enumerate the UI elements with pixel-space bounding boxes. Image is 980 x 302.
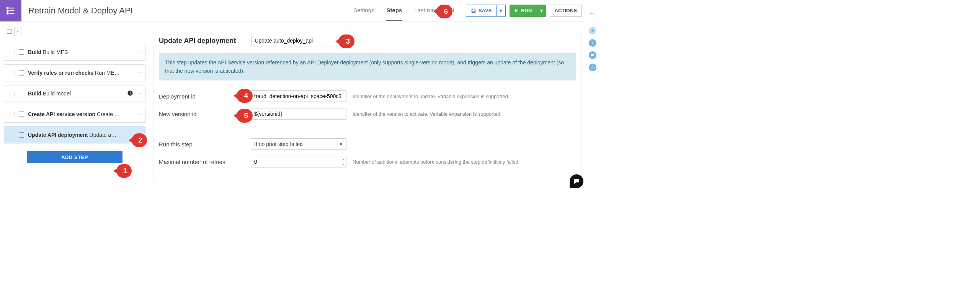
- step-more-icon[interactable]: ⋯: [136, 70, 142, 76]
- step-more-icon[interactable]: ⋯: [136, 49, 142, 55]
- step-checkbox[interactable]: [19, 112, 24, 117]
- max-retries-label: Maximal number of retries: [159, 159, 251, 165]
- rail-plus-icon[interactable]: +: [589, 27, 596, 34]
- detail-title: Update API deployment: [159, 37, 236, 45]
- deployment-id-input[interactable]: [251, 90, 346, 102]
- save-dropdown[interactable]: ▾: [497, 5, 506, 17]
- step-label: Create API service version Create …: [28, 111, 136, 117]
- run-this-step-select[interactable]: If no prior step failed ▼: [251, 138, 346, 150]
- right-rail: + i: [587, 23, 598, 71]
- page-title: Retrain Model & Deploy API: [21, 6, 133, 16]
- step-item-1[interactable]: ⋮⋮ Verify rules or run checks Run ME… ⋯: [4, 64, 145, 81]
- select-all-dropdown[interactable]: ▼: [15, 27, 21, 36]
- number-spinner[interactable]: ▲▼: [340, 156, 346, 167]
- run-dropdown[interactable]: ▾: [537, 5, 546, 17]
- step-checkbox[interactable]: [19, 49, 24, 55]
- deployment-id-label: Deployment id: [159, 93, 251, 100]
- step-more-icon[interactable]: ⋯: [136, 132, 142, 138]
- step-checkbox[interactable]: [19, 70, 24, 76]
- topbar-tabs: Settings Steps Last runs H: [353, 0, 454, 21]
- step-label: Verify rules or run checks Run ME…: [28, 70, 136, 76]
- back-arrow-icon[interactable]: ←: [589, 9, 596, 17]
- run-button[interactable]: RUN: [510, 5, 536, 17]
- tab-h[interactable]: H: [450, 0, 454, 21]
- new-version-id-input[interactable]: [251, 108, 346, 120]
- tab-steps[interactable]: Steps: [386, 0, 402, 21]
- rail-info-icon[interactable]: i: [589, 39, 596, 47]
- info-banner: This step updates the API Service versio…: [159, 53, 576, 80]
- run-this-step-label: Run this step: [159, 141, 251, 148]
- help-chat-icon[interactable]: [570, 174, 583, 188]
- step-label: Build Build model: [28, 90, 127, 97]
- play-icon: [514, 8, 519, 13]
- tab-last-runs[interactable]: Last runs: [414, 0, 438, 21]
- svg-rect-7: [130, 92, 130, 94]
- divider: [159, 129, 576, 129]
- drag-handle-icon[interactable]: ⋮⋮: [7, 70, 16, 76]
- step-label: Update API deployment Update a…: [28, 132, 136, 138]
- max-retries-input[interactable]: [251, 156, 340, 167]
- drag-handle-icon[interactable]: ⋮⋮: [7, 132, 16, 138]
- svg-point-0: [7, 7, 8, 9]
- steps-sidebar: ▼ ⋮⋮ Build Build MES ⋯ ⋮⋮ Verify rules o…: [0, 21, 149, 184]
- topbar: Retrain Model & Deploy API Settings Step…: [0, 0, 586, 21]
- save-icon: [471, 8, 476, 13]
- drag-handle-icon[interactable]: ⋮⋮: [7, 90, 16, 97]
- step-more-icon[interactable]: ⋯: [136, 90, 142, 97]
- drag-handle-icon[interactable]: ⋮⋮: [7, 49, 16, 55]
- save-button[interactable]: SAVE: [466, 5, 497, 17]
- step-label: Build Build MES: [28, 49, 136, 55]
- actions-button[interactable]: ACTIONS: [550, 5, 582, 17]
- rail-history-icon[interactable]: [589, 64, 596, 71]
- step-more-icon[interactable]: ⋯: [136, 111, 142, 117]
- rail-chat-icon[interactable]: [589, 51, 596, 59]
- max-retries-help: Number of additional attempts before con…: [353, 159, 518, 165]
- tab-settings[interactable]: Settings: [353, 0, 374, 21]
- step-item-0[interactable]: ⋮⋮ Build Build MES ⋯: [4, 44, 145, 61]
- step-item-2[interactable]: ⋮⋮ Build Build model ⋯: [4, 85, 145, 102]
- select-all-checkbox[interactable]: [4, 27, 15, 36]
- step-item-4[interactable]: ⋮⋮ Update API deployment Update a… ⋯: [4, 126, 145, 143]
- deployment-id-help: Identifier of the deployment to update. …: [353, 94, 510, 99]
- new-version-id-label: New version id: [159, 111, 251, 117]
- drag-handle-icon[interactable]: ⋮⋮: [7, 111, 16, 117]
- step-checkbox[interactable]: [19, 91, 24, 96]
- warning-icon: [127, 90, 133, 97]
- svg-point-2: [7, 10, 8, 11]
- step-checkbox[interactable]: [19, 132, 24, 138]
- add-step-button[interactable]: ADD STEP: [27, 151, 122, 163]
- svg-rect-8: [130, 94, 130, 94]
- scenario-icon: [0, 0, 21, 21]
- svg-point-4: [7, 13, 8, 14]
- new-version-id-help: Identifier of the version to activate. V…: [353, 111, 501, 117]
- step-detail-panel: Update API deployment This step updates …: [149, 21, 586, 184]
- chevron-down-icon: ▼: [339, 142, 343, 146]
- step-item-3[interactable]: ⋮⋮ Create API service version Create … ⋯: [4, 106, 145, 123]
- step-name-input[interactable]: [251, 35, 339, 46]
